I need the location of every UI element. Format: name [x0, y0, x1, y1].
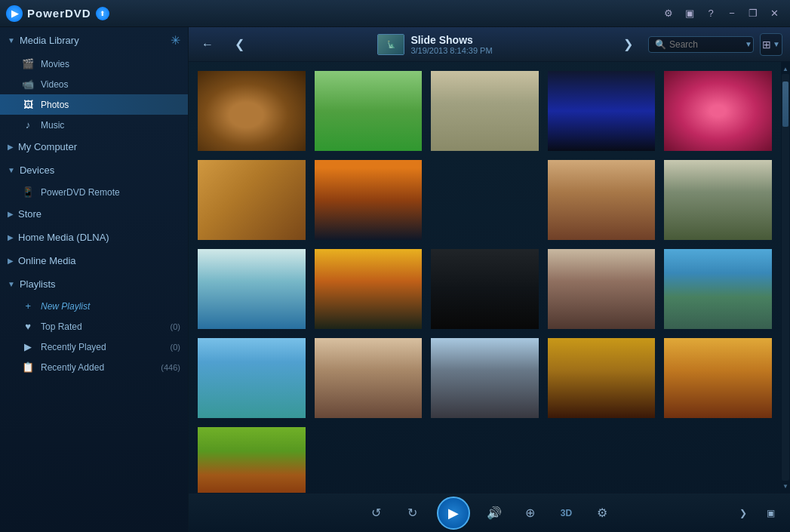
back-button[interactable]: ← — [196, 33, 219, 56]
next-button[interactable]: ❯ — [616, 33, 639, 56]
search-dropdown-icon[interactable]: ▼ — [745, 40, 752, 48]
recently-played-label: Recently Played — [41, 342, 106, 352]
content-area: ← ❮ 🗽 Slide Shows 3/19/2013 8:14:39 PM ❯… — [189, 27, 790, 532]
photo-woman[interactable] — [546, 158, 657, 241]
scroll-thumb[interactable] — [782, 81, 788, 127]
photo-couple[interactable] — [546, 248, 657, 331]
photo-bike[interactable] — [313, 69, 424, 152]
playlists-label: Playlists — [20, 278, 56, 290]
3d-button[interactable]: 3D — [555, 505, 578, 521]
help-button[interactable]: ? — [701, 4, 721, 23]
bottom-settings-button[interactable]: ⚙ — [590, 501, 614, 525]
photo-lightning[interactable] — [546, 69, 657, 152]
top-rated-label: Top Rated — [41, 321, 82, 332]
music-label: Music — [41, 120, 64, 131]
sidebar-item-recently-played[interactable]: ▶ Recently Played (0) — [0, 337, 188, 357]
chevron-right-icon-4: ▶ — [8, 257, 14, 265]
sidebar-section-devices[interactable]: ▼ Devices — [0, 158, 188, 182]
sidebar-item-powerdvd-remote[interactable]: 📱 PowerDVD Remote — [0, 182, 188, 202]
photo-lion[interactable] — [196, 158, 307, 241]
restore-button[interactable]: ❐ — [743, 4, 763, 23]
photo-sunset[interactable] — [313, 248, 424, 331]
photos-label: Photos — [41, 100, 69, 110]
view-button[interactable]: ⊞ ▼ — [760, 33, 782, 56]
search-input[interactable] — [669, 39, 745, 50]
slideshow-title: Slide Shows — [410, 34, 492, 46]
scrollbar[interactable]: ▲ ▼ — [781, 62, 790, 493]
photo-lake[interactable] — [196, 248, 307, 331]
powerdvd-remote-label: PowerDVD Remote — [41, 187, 120, 198]
chevron-down-icon-3: ▼ — [8, 280, 15, 288]
heart-icon: ♥ — [21, 321, 35, 332]
photo-grid-wrapper[interactable] — [189, 62, 781, 493]
slideshow-info: Slide Shows 3/19/2013 8:14:39 PM — [410, 34, 492, 55]
recently-added-label: Recently Added — [41, 362, 104, 373]
scroll-down-arrow[interactable]: ▼ — [781, 481, 790, 491]
sidebar-item-photos[interactable]: 🖼 Photos — [0, 94, 188, 115]
photo-bridge[interactable] — [313, 158, 424, 241]
photo-car[interactable] — [546, 337, 657, 420]
panel-toggle-button[interactable]: ❯ — [731, 501, 755, 525]
sidebar: ▼ Media Library ✳ 🎬 Movies 📹 Videos 🖼 Ph… — [0, 27, 189, 532]
rewind-button[interactable]: ↺ — [364, 501, 389, 525]
photos-icon: 🖼 — [21, 99, 35, 110]
sidebar-item-videos[interactable]: 📹 Videos — [0, 74, 188, 94]
recently-added-icon: 📋 — [21, 361, 35, 373]
main-area: ▼ Media Library ✳ 🎬 Movies 📹 Videos 🖼 Ph… — [0, 27, 790, 532]
search-box[interactable]: 🔍 ▼ — [648, 36, 754, 53]
volume-button[interactable]: 🔊 — [482, 501, 506, 525]
photo-mountain[interactable] — [662, 248, 773, 331]
mini-player-button[interactable]: ▣ — [758, 501, 782, 525]
app-title: PowerDVD — [27, 7, 91, 20]
sidebar-item-movies[interactable]: 🎬 Movies — [0, 54, 188, 74]
new-playlist-label: New Playlist — [41, 301, 90, 312]
minimize-button[interactable]: − — [722, 4, 742, 23]
photo-goose[interactable] — [429, 248, 540, 331]
loading-icon: ✳ — [171, 33, 180, 48]
sidebar-section-home-media[interactable]: ▶ Home Media (DLNA) — [0, 226, 188, 249]
sidebar-section-media-library[interactable]: ▼ Media Library ✳ — [0, 27, 188, 54]
photo-snail[interactable] — [196, 69, 307, 152]
sidebar-item-music[interactable]: ♪ Music — [0, 115, 188, 135]
app-logo: ▶ — [6, 5, 23, 22]
photo-trees[interactable] — [662, 158, 773, 241]
photo-flower[interactable] — [662, 69, 773, 152]
zoom-button[interactable]: ⊕ — [518, 501, 543, 525]
chevron-down-icon: ▼ — [8, 36, 15, 45]
update-icon[interactable]: ⬆ — [96, 7, 109, 20]
display-button[interactable]: ▣ — [680, 4, 699, 23]
sidebar-section-playlists[interactable]: ▼ Playlists — [0, 272, 188, 296]
scroll-up-arrow[interactable]: ▲ — [781, 63, 790, 74]
photo-desert[interactable] — [662, 337, 773, 420]
search-icon: 🔍 — [655, 39, 666, 50]
scroll-track[interactable] — [782, 74, 789, 481]
photo-autumn-forest[interactable] — [196, 426, 307, 493]
prev-button[interactable]: ❮ — [228, 33, 251, 56]
sidebar-item-recently-added[interactable]: 📋 Recently Added (446) — [0, 357, 188, 377]
chevron-right-icon-3: ▶ — [8, 233, 14, 241]
photo-liberty[interactable] — [429, 69, 540, 152]
movies-icon: 🎬 — [21, 58, 35, 69]
settings-button[interactable]: ⚙ — [659, 4, 678, 23]
photo-alps[interactable] — [196, 337, 307, 420]
close-button[interactable]: ✕ — [764, 4, 784, 23]
videos-label: Videos — [41, 79, 68, 90]
devices-label: Devices — [20, 165, 54, 176]
photo-city[interactable] — [429, 337, 540, 420]
photo-oldman[interactable] — [313, 337, 424, 420]
sidebar-section-store[interactable]: ▶ Store — [0, 202, 188, 226]
store-label: Store — [18, 208, 41, 220]
sidebar-section-my-computer[interactable]: ▶ My Computer — [0, 135, 188, 158]
movies-label: Movies — [41, 59, 69, 69]
home-media-label: Home Media (DLNA) — [18, 232, 109, 243]
forward-button[interactable]: ↻ — [401, 501, 425, 525]
sidebar-item-new-playlist[interactable]: + New Playlist — [0, 296, 188, 316]
bottom-toolbar: ↺ ↻ ▶ 🔊 ⊕ 3D ⚙ ❯ ▣ — [189, 493, 790, 532]
photo-grid — [196, 69, 773, 493]
grid-view-icon: ⊞ — [762, 38, 771, 51]
recently-played-icon: ▶ — [21, 341, 35, 352]
my-computer-label: My Computer — [18, 141, 77, 152]
sidebar-item-top-rated[interactable]: ♥ Top Rated (0) — [0, 316, 188, 337]
sidebar-section-online-media[interactable]: ▶ Online Media — [0, 249, 188, 272]
play-button[interactable]: ▶ — [437, 497, 470, 530]
